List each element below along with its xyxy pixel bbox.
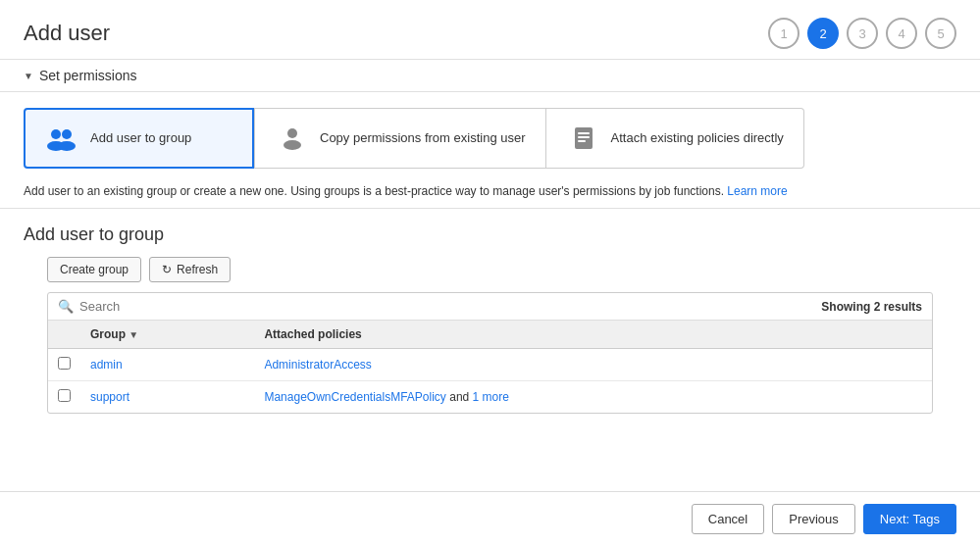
checkbox-admin[interactable]	[58, 357, 71, 370]
checkbox-support[interactable]	[58, 389, 71, 402]
section-header: ▼ Set permissions	[0, 59, 980, 92]
chevron-down-icon: ▼	[24, 71, 33, 81]
policy-link-admin[interactable]: AdministratorAccess	[264, 358, 371, 372]
search-row: 🔍 Showing 2 results	[48, 293, 932, 321]
toolbar: Create group ↻ Refresh	[24, 257, 956, 292]
svg-rect-8	[578, 136, 590, 138]
permission-options-container: Add user to group Copy permissions from …	[0, 92, 980, 184]
policy-more-support[interactable]: 1 more	[473, 390, 509, 404]
section-label: Set permissions	[39, 68, 137, 83]
footer: Cancel Previous Next: Tags	[0, 491, 980, 546]
steps-indicator: 1 2 3 4 5	[768, 18, 956, 49]
option-copy-perms-label: Copy permissions from existing user	[320, 129, 526, 147]
copy-perms-icon	[275, 124, 310, 153]
row-checkbox-support[interactable]	[48, 381, 80, 414]
option-attach-policies[interactable]: Attach existing policies directly	[546, 108, 804, 169]
svg-point-4	[287, 128, 297, 138]
step-1[interactable]: 1	[768, 18, 799, 49]
create-group-button[interactable]: Create group	[47, 257, 141, 282]
group-name-support: support	[80, 381, 254, 414]
groups-table: Group ▼ Attached policies	[48, 321, 932, 413]
svg-rect-7	[578, 132, 590, 134]
group-column-header[interactable]: Group ▼	[80, 321, 254, 349]
policy-link-support[interactable]: ManageOwnCredentialsMFAPolicy	[264, 390, 445, 404]
refresh-button[interactable]: ↻ Refresh	[149, 257, 231, 282]
learn-more-link[interactable]: Learn more	[727, 184, 787, 198]
search-icon: 🔍	[58, 299, 74, 314]
option-attach-policies-label: Attach existing policies directly	[611, 129, 784, 147]
svg-point-1	[62, 129, 72, 139]
search-input[interactable]	[79, 299, 801, 314]
svg-point-0	[51, 129, 61, 139]
next-button[interactable]: Next: Tags	[863, 504, 956, 534]
refresh-icon: ↻	[162, 263, 172, 276]
svg-point-3	[58, 141, 76, 151]
policy-admin: AdministratorAccess	[254, 349, 932, 381]
table-area: 🔍 Showing 2 results Group ▼ Attach	[47, 292, 933, 414]
svg-rect-9	[578, 140, 586, 142]
sub-section: Add user to group Create group ↻ Refresh…	[0, 208, 980, 414]
table-row: admin AdministratorAccess	[48, 349, 932, 381]
page-title: Add user	[24, 21, 110, 46]
option-copy-perms[interactable]: Copy permissions from existing user	[254, 108, 546, 169]
previous-button[interactable]: Previous	[772, 504, 855, 534]
info-text: Add user to an existing group or create …	[0, 184, 980, 208]
group-icon	[45, 124, 80, 153]
group-link-admin[interactable]: admin	[90, 358, 123, 372]
sort-icon: ▼	[129, 329, 138, 340]
showing-results: Showing 2 results	[811, 294, 932, 320]
option-add-group[interactable]: Add user to group	[24, 108, 254, 169]
policy-extra-support: and	[449, 390, 472, 404]
step-2[interactable]: 2	[807, 18, 839, 49]
sub-section-title: Add user to group	[24, 217, 956, 257]
group-name-admin: admin	[80, 349, 254, 381]
step-4[interactable]: 4	[886, 18, 917, 49]
table-header-row: Group ▼ Attached policies	[48, 321, 932, 349]
row-checkbox-admin[interactable]	[48, 349, 80, 381]
step-3[interactable]: 3	[847, 18, 878, 49]
policies-column-header: Attached policies	[254, 321, 932, 349]
option-add-group-label: Add user to group	[90, 129, 191, 147]
cancel-button[interactable]: Cancel	[692, 504, 764, 534]
page-header: Add user 1 2 3 4 5	[0, 0, 980, 59]
table-row: support ManageOwnCredentialsMFAPolicy an…	[48, 381, 932, 414]
checkbox-header	[48, 321, 80, 349]
step-5[interactable]: 5	[925, 18, 956, 49]
attach-policies-icon	[566, 124, 601, 153]
policy-support: ManageOwnCredentialsMFAPolicy and 1 more	[254, 381, 932, 414]
group-link-support[interactable]: support	[90, 390, 129, 404]
svg-point-5	[284, 140, 301, 150]
